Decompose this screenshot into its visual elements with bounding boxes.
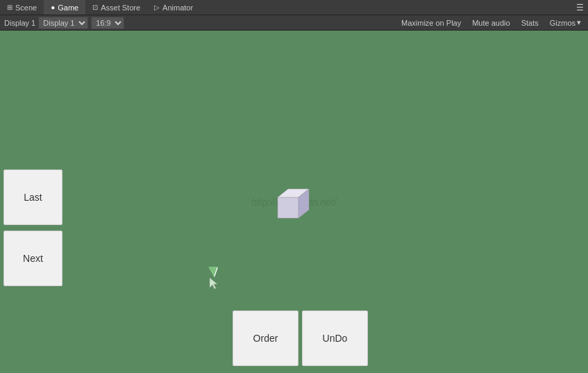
- svg-marker-0: [278, 197, 299, 218]
- tab-scene[interactable]: ⊞ Scene: [0, 0, 44, 15]
- game-icon: ●: [51, 3, 55, 11]
- tab-asset-store-label: Asset Store: [101, 3, 140, 12]
- aspect-select[interactable]: 16:9: [91, 17, 124, 29]
- tab-game[interactable]: ● Game: [44, 0, 85, 15]
- stats-button[interactable]: Stats: [519, 18, 541, 28]
- game-viewport: http://blog.csdn.net/ Last Next Order Un…: [0, 31, 588, 373]
- next-button[interactable]: Next: [3, 231, 62, 286]
- order-button[interactable]: Order: [233, 310, 299, 366]
- tab-bar: ⊞ Scene ● Game ⊡ Asset Store ▷ Animator …: [0, 0, 588, 15]
- display-label: Display 1: [4, 19, 35, 27]
- gizmos-arrow-icon: ▾: [577, 18, 581, 27]
- svg-marker-4: [210, 278, 217, 289]
- display-select[interactable]: Display 1: [38, 17, 88, 29]
- toolbar-right: Maximize on Play Mute audio Stats Gizmos…: [398, 17, 584, 28]
- animator-icon: ▷: [154, 3, 160, 11]
- undo-button[interactable]: UnDo: [302, 310, 368, 366]
- mute-audio-button[interactable]: Mute audio: [469, 18, 512, 28]
- asset-store-icon: ⊡: [92, 3, 98, 11]
- maximize-on-play-button[interactable]: Maximize on Play: [398, 18, 464, 28]
- menu-icon[interactable]: ☰: [576, 3, 584, 13]
- tab-bar-right: ☰: [576, 3, 588, 13]
- last-button[interactable]: Last: [3, 169, 62, 225]
- gizmos-button[interactable]: Gizmos ▾: [547, 17, 584, 28]
- tab-game-label: Game: [58, 3, 78, 12]
- tab-animator[interactable]: ▷ Animator: [147, 0, 200, 15]
- cube-svg: [271, 183, 312, 225]
- toolbar: Display 1 Display 1 16:9 Maximize on Pla…: [0, 15, 588, 31]
- tab-asset-store[interactable]: ⊡ Asset Store: [85, 0, 147, 15]
- scene-icon: ⊞: [7, 3, 12, 11]
- tab-animator-label: Animator: [162, 3, 193, 12]
- gizmos-label: Gizmos: [550, 19, 576, 27]
- cube-3d: [271, 183, 312, 225]
- svg-marker-3: [210, 278, 217, 289]
- tab-scene-label: Scene: [15, 3, 37, 12]
- toolbar-left: Display 1 Display 1 16:9: [4, 17, 124, 29]
